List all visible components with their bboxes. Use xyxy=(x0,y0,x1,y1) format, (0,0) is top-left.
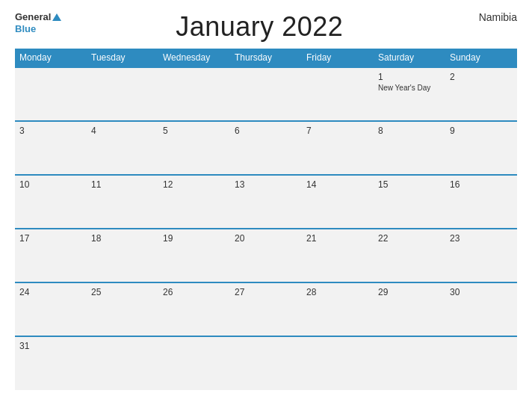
calendar-week-row: 1New Year's Day2 xyxy=(15,67,517,121)
calendar-week-row: 17181920212223 xyxy=(15,229,517,282)
calendar-day-cell: 7 xyxy=(302,121,374,175)
calendar-container: General Blue January 2022 Namibia Monday… xyxy=(0,0,532,411)
day-number: 11 xyxy=(91,179,154,190)
calendar-day-cell: 1New Year's Day xyxy=(374,67,445,121)
weekday-header-tuesday: Tuesday xyxy=(87,49,158,67)
title-area: January 2022 xyxy=(61,11,457,43)
calendar-day-cell xyxy=(302,67,374,121)
calendar-day-cell: 28 xyxy=(302,282,374,336)
day-number: 14 xyxy=(306,179,369,190)
calendar-day-cell: 17 xyxy=(15,229,87,282)
calendar-day-cell: 4 xyxy=(87,121,158,175)
calendar-day-cell: 14 xyxy=(302,175,374,229)
day-number: 4 xyxy=(91,126,154,136)
calendar-day-cell: 12 xyxy=(158,175,230,229)
day-number: 17 xyxy=(19,233,82,244)
calendar-day-cell xyxy=(230,67,302,121)
calendar-day-cell: 2 xyxy=(445,67,517,121)
calendar-day-cell xyxy=(230,336,302,390)
calendar-day-cell: 18 xyxy=(87,229,158,282)
day-number: 25 xyxy=(91,287,154,297)
calendar-week-row: 24252627282930 xyxy=(15,282,517,336)
logo: General Blue xyxy=(15,11,61,34)
calendar-day-cell: 8 xyxy=(374,121,445,175)
day-number: 24 xyxy=(19,287,82,297)
weekday-header-row: MondayTuesdayWednesdayThursdayFridaySatu… xyxy=(15,49,517,67)
day-number: 21 xyxy=(306,233,369,244)
weekday-header-monday: Monday xyxy=(15,49,87,67)
day-number: 2 xyxy=(450,72,513,82)
calendar-day-cell: 26 xyxy=(158,282,230,336)
day-number: 7 xyxy=(306,126,369,136)
calendar-day-cell xyxy=(87,336,158,390)
calendar-day-cell: 5 xyxy=(158,121,230,175)
day-number: 23 xyxy=(450,233,513,244)
calendar-day-cell xyxy=(445,336,517,390)
calendar-day-cell xyxy=(158,67,230,121)
calendar-day-cell xyxy=(158,336,230,390)
weekday-header-saturday: Saturday xyxy=(374,49,445,67)
calendar-day-cell: 15 xyxy=(374,175,445,229)
calendar-day-cell xyxy=(374,336,445,390)
calendar-title: January 2022 xyxy=(61,11,457,43)
calendar-week-row: 3456789 xyxy=(15,121,517,175)
calendar-day-cell: 9 xyxy=(445,121,517,175)
day-number: 31 xyxy=(19,341,82,351)
logo-triangle-icon xyxy=(52,13,61,21)
calendar-day-cell: 16 xyxy=(445,175,517,229)
calendar-day-cell: 23 xyxy=(445,229,517,282)
day-number: 15 xyxy=(378,179,441,190)
calendar-day-cell: 19 xyxy=(158,229,230,282)
day-number: 30 xyxy=(450,287,513,297)
day-number: 12 xyxy=(163,179,226,190)
calendar-day-cell: 24 xyxy=(15,282,87,336)
weekday-header-sunday: Sunday xyxy=(445,49,517,67)
calendar-day-cell: 31 xyxy=(15,336,87,390)
weekday-header-friday: Friday xyxy=(302,49,374,67)
calendar-day-cell xyxy=(302,336,374,390)
calendar-day-cell: 20 xyxy=(230,229,302,282)
logo-blue-text: Blue xyxy=(15,23,36,35)
day-number: 3 xyxy=(19,126,82,136)
calendar-day-cell: 30 xyxy=(445,282,517,336)
calendar-day-cell: 13 xyxy=(230,175,302,229)
calendar-day-cell: 3 xyxy=(15,121,87,175)
calendar-day-cell: 6 xyxy=(230,121,302,175)
day-number: 19 xyxy=(163,233,226,244)
day-number: 1 xyxy=(378,72,441,82)
calendar-day-cell: 27 xyxy=(230,282,302,336)
calendar-day-cell: 29 xyxy=(374,282,445,336)
calendar-day-cell: 25 xyxy=(87,282,158,336)
calendar-header: General Blue January 2022 Namibia xyxy=(15,11,517,43)
calendar-week-row: 10111213141516 xyxy=(15,175,517,229)
day-number: 6 xyxy=(235,126,297,136)
day-number: 26 xyxy=(163,287,226,297)
country-label: Namibia xyxy=(457,11,517,23)
day-number: 20 xyxy=(235,233,297,244)
weekday-header-wednesday: Wednesday xyxy=(158,49,230,67)
day-number: 5 xyxy=(163,126,226,136)
calendar-day-cell xyxy=(15,67,87,121)
day-number: 22 xyxy=(378,233,441,244)
calendar-day-cell: 10 xyxy=(15,175,87,229)
calendar-table: MondayTuesdayWednesdayThursdayFridaySatu… xyxy=(15,49,517,390)
weekday-header-thursday: Thursday xyxy=(230,49,302,67)
logo-general-text: General xyxy=(15,11,51,23)
calendar-day-cell xyxy=(87,67,158,121)
calendar-day-cell: 21 xyxy=(302,229,374,282)
day-number: 9 xyxy=(450,126,513,136)
calendar-day-cell: 22 xyxy=(374,229,445,282)
day-number: 18 xyxy=(91,233,154,244)
day-number: 27 xyxy=(235,287,297,297)
day-number: 29 xyxy=(378,287,441,297)
calendar-day-cell: 11 xyxy=(87,175,158,229)
day-event: New Year's Day xyxy=(378,84,441,92)
day-number: 13 xyxy=(235,179,297,190)
calendar-week-row: 31 xyxy=(15,336,517,390)
day-number: 16 xyxy=(450,179,513,190)
day-number: 8 xyxy=(378,126,441,136)
day-number: 28 xyxy=(306,287,369,297)
day-number: 10 xyxy=(19,179,82,190)
